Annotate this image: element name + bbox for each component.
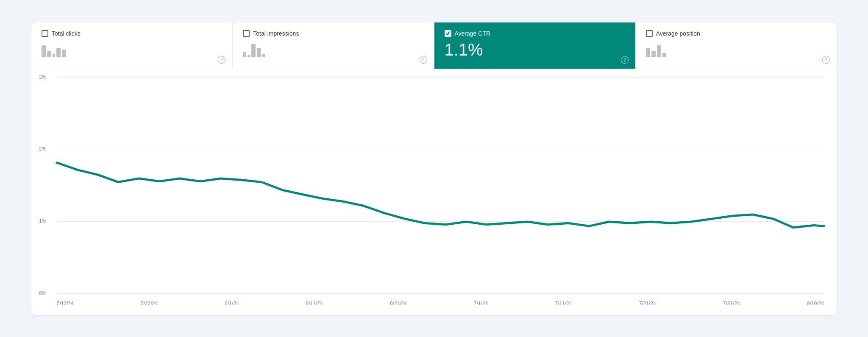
checkbox-average-position: [646, 30, 653, 37]
mini-bar-total-clicks-0: [42, 45, 46, 57]
mini-bar-total-impressions-2: [251, 44, 256, 57]
mini-bar-total-clicks-4: [62, 50, 66, 57]
metric-label-total-impressions: Total impressions: [253, 30, 299, 37]
mini-chart-total-clicks: [42, 40, 222, 57]
x-label-9: 8/10/24: [807, 301, 824, 306]
help-icon-average-ctr[interactable]: ?: [621, 56, 629, 64]
grid-label-1pct: 1%: [39, 218, 46, 224]
mini-bar-average-position-0: [646, 48, 650, 57]
metric-label-average-ctr: Average CTR: [455, 30, 491, 37]
metrics-row: Total clicks?Total impressions?Average C…: [31, 22, 837, 69]
mini-bar-total-clicks-2: [53, 54, 55, 57]
checkbox-total-clicks: [42, 30, 48, 37]
metric-tab-average-position[interactable]: Average position?: [636, 22, 837, 69]
help-icon-total-impressions[interactable]: ?: [420, 56, 427, 64]
x-labels: 5/12/245/22/246/1/246/11/246/21/247/1/24…: [57, 301, 824, 306]
metric-value-average-ctr: 1.1%: [445, 40, 625, 59]
x-label-4: 6/21/24: [390, 301, 407, 306]
checkbox-total-impressions: [243, 30, 250, 37]
metric-tab-average-ctr[interactable]: Average CTR1.1%?: [434, 22, 636, 69]
help-icon-total-clicks[interactable]: ?: [218, 56, 225, 64]
mini-bar-total-impressions-1: [248, 55, 250, 57]
grid-label-3pct: 3%: [39, 74, 46, 80]
x-label-3: 6/11/24: [306, 301, 323, 306]
metric-tab-total-clicks[interactable]: Total clicks?: [31, 22, 233, 69]
mini-bar-average-position-3: [662, 53, 666, 57]
metric-tab-header-average-position: Average position: [646, 30, 826, 37]
mini-bar-total-clicks-3: [56, 48, 61, 57]
chart-inner: 0% 1% 2% 3% 5/12/245/22/246/1/246/11/246…: [57, 78, 824, 306]
mini-bar-total-impressions-3: [257, 48, 261, 57]
x-label-5: 7/1/24: [474, 301, 488, 306]
mini-bar-average-position-2: [657, 45, 661, 57]
x-label-7: 7/21/24: [639, 301, 656, 306]
mini-bar-total-impressions-4: [262, 54, 265, 57]
x-label-6: 7/11/24: [555, 301, 572, 306]
metric-tab-header-average-ctr: Average CTR: [445, 30, 625, 37]
mini-chart-total-impressions: [243, 40, 423, 57]
x-label-2: 6/1/24: [225, 301, 239, 306]
line-chart-svg: [57, 78, 824, 294]
help-icon-average-position[interactable]: ?: [822, 56, 830, 64]
metric-label-average-position: Average position: [656, 30, 700, 37]
metric-tab-total-impressions[interactable]: Total impressions?: [233, 22, 434, 69]
grid-label-2pct: 2%: [39, 146, 46, 152]
main-card: Total clicks?Total impressions?Average C…: [31, 22, 837, 315]
chart-area: 0% 1% 2% 3% 5/12/245/22/246/1/246/11/246…: [31, 69, 837, 315]
metric-tab-header-total-impressions: Total impressions: [243, 30, 423, 37]
mini-bar-total-impressions-0: [243, 52, 246, 57]
metric-tab-header-total-clicks: Total clicks: [42, 30, 222, 37]
checkbox-average-ctr: [445, 30, 451, 37]
mini-bar-average-position-1: [651, 51, 656, 57]
x-label-1: 5/22/24: [141, 301, 158, 306]
grid-label-0pct: 0%: [39, 290, 46, 296]
mini-chart-average-position: [646, 40, 826, 57]
x-label-0: 5/12/24: [57, 301, 74, 306]
metric-label-total-clicks: Total clicks: [52, 30, 81, 37]
x-label-8: 7/31/24: [723, 301, 740, 306]
mini-bar-total-clicks-1: [47, 51, 51, 57]
